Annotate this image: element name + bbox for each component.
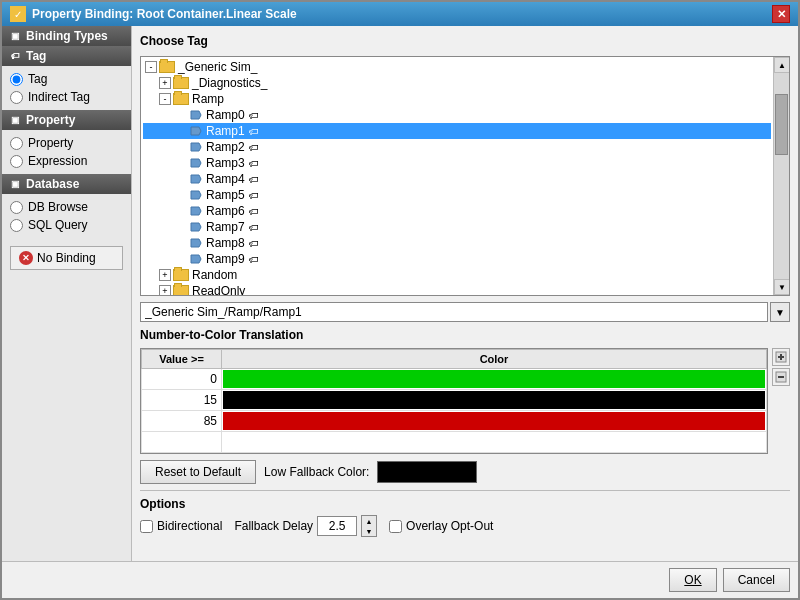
path-dropdown-button[interactable]: ▼ bbox=[770, 302, 790, 322]
svg-rect-12 bbox=[778, 356, 784, 358]
tree-item-ramp8[interactable]: Ramp8 🏷 bbox=[143, 235, 771, 251]
property-radio-item[interactable]: Property bbox=[10, 136, 123, 150]
tree-item-ramp1[interactable]: Ramp1 🏷 bbox=[143, 123, 771, 139]
tree-label-ramp8: Ramp8 bbox=[206, 236, 245, 250]
sql-query-radio[interactable] bbox=[10, 219, 23, 232]
tag-radio-label: Tag bbox=[28, 72, 47, 86]
tree-label-readonly: ReadOnly bbox=[192, 284, 245, 296]
spinner-down-button[interactable]: ▼ bbox=[362, 526, 376, 536]
color-swatch-2[interactable] bbox=[223, 412, 765, 430]
db-browse-radio-item[interactable]: DB Browse bbox=[10, 200, 123, 214]
expand-ramp[interactable]: - bbox=[159, 93, 171, 105]
color-swatch-0[interactable] bbox=[223, 370, 765, 388]
tag-icon-ramp0 bbox=[189, 109, 203, 121]
options-label: Options bbox=[140, 497, 790, 511]
tag-icon-ramp6 bbox=[189, 205, 203, 217]
low-fallback-color-swatch[interactable] bbox=[377, 461, 477, 483]
add-color-row-button[interactable] bbox=[772, 348, 790, 366]
options-row: Bidirectional Fallback Delay 2.5 ▲ ▼ Ove… bbox=[140, 515, 790, 537]
tag-section-content: Tag Indirect Tag bbox=[2, 66, 131, 110]
tree-label-ramp7: Ramp7 bbox=[206, 220, 245, 234]
color-cell-1[interactable] bbox=[222, 390, 767, 411]
tree-label-ramp3: Ramp3 bbox=[206, 156, 245, 170]
folder-icon-random bbox=[173, 269, 189, 281]
sql-query-radio-item[interactable]: SQL Query bbox=[10, 218, 123, 232]
tree-label-ramp-folder: Ramp bbox=[192, 92, 224, 106]
tree-label-ramp9: Ramp9 bbox=[206, 252, 245, 266]
color-row-empty bbox=[142, 432, 767, 453]
svg-marker-9 bbox=[191, 255, 201, 263]
expression-radio-item[interactable]: Expression bbox=[10, 154, 123, 168]
expression-radio[interactable] bbox=[10, 155, 23, 168]
tree-scrollbar[interactable]: ▲ ▼ bbox=[773, 57, 789, 295]
window-icon: ✓ bbox=[10, 6, 26, 22]
tree-item-ramp9[interactable]: Ramp9 🏷 bbox=[143, 251, 771, 267]
property-section-icon: ▣ bbox=[8, 113, 22, 127]
value-cell-0[interactable]: 0 bbox=[142, 369, 222, 390]
scroll-up-arrow[interactable]: ▲ bbox=[774, 57, 790, 73]
reset-to-default-button[interactable]: Reset to Default bbox=[140, 460, 256, 484]
no-binding-button[interactable]: ✕ No Binding bbox=[10, 246, 123, 270]
tree-item-ramp5[interactable]: Ramp5 🏷 bbox=[143, 187, 771, 203]
color-row-2: 85 bbox=[142, 411, 767, 432]
spinner-up-button[interactable]: ▲ bbox=[362, 516, 376, 526]
value-cell-1[interactable]: 15 bbox=[142, 390, 222, 411]
scroll-down-arrow[interactable]: ▼ bbox=[774, 279, 790, 295]
property-section-content: Property Expression bbox=[2, 130, 131, 174]
expand-generic-sim[interactable]: - bbox=[145, 61, 157, 73]
db-browse-radio-label: DB Browse bbox=[28, 200, 88, 214]
tag-section-label: Tag bbox=[26, 49, 46, 63]
tag-icon-ramp4 bbox=[189, 173, 203, 185]
tree-label-ramp2: Ramp2 bbox=[206, 140, 245, 154]
scroll-track[interactable] bbox=[774, 73, 789, 279]
tag-radio[interactable] bbox=[10, 73, 23, 86]
tag-radio-item[interactable]: Tag bbox=[10, 72, 123, 86]
scroll-thumb[interactable] bbox=[775, 94, 788, 156]
svg-marker-5 bbox=[191, 191, 201, 199]
bidirectional-checkbox[interactable] bbox=[140, 520, 153, 533]
svg-marker-0 bbox=[191, 111, 201, 119]
no-binding-icon: ✕ bbox=[19, 251, 33, 265]
tree-item-ramp0[interactable]: Ramp0 🏷 bbox=[143, 107, 771, 123]
tag-tree-container[interactable]: - _Generic Sim_ + _Diagnostics_ - R bbox=[140, 56, 790, 296]
indirect-tag-radio[interactable] bbox=[10, 91, 23, 104]
tree-item-ramp3[interactable]: Ramp3 🏷 bbox=[143, 155, 771, 171]
binding-types-label: Binding Types bbox=[26, 29, 108, 43]
path-input[interactable]: _Generic Sim_/Ramp/Ramp1 bbox=[140, 302, 768, 322]
expand-diagnostics[interactable]: + bbox=[159, 77, 171, 89]
ok-button[interactable]: OK bbox=[669, 568, 716, 592]
color-swatch-1[interactable] bbox=[223, 391, 765, 409]
col-header-value: Value >= bbox=[142, 350, 222, 369]
color-cell-2[interactable] bbox=[222, 411, 767, 432]
expand-random[interactable]: + bbox=[159, 269, 171, 281]
property-radio[interactable] bbox=[10, 137, 23, 150]
color-cell-0[interactable] bbox=[222, 369, 767, 390]
value-cell-2[interactable]: 85 bbox=[142, 411, 222, 432]
tree-item-ramp2[interactable]: Ramp2 🏷 bbox=[143, 139, 771, 155]
fallback-delay-input[interactable]: 2.5 bbox=[317, 516, 357, 536]
cancel-button[interactable]: Cancel bbox=[723, 568, 790, 592]
tree-item-diagnostics[interactable]: + _Diagnostics_ bbox=[143, 75, 771, 91]
binding-types-icon: ▣ bbox=[8, 29, 22, 43]
main-content: ▣ Binding Types 🏷 Tag Tag Indirect Tag bbox=[2, 26, 798, 561]
overlay-opt-out-checkbox-item[interactable]: Overlay Opt-Out bbox=[389, 519, 493, 533]
svg-marker-1 bbox=[191, 127, 201, 135]
choose-tag-label: Choose Tag bbox=[140, 34, 790, 48]
tree-item-random[interactable]: + Random bbox=[143, 267, 771, 283]
indirect-tag-radio-item[interactable]: Indirect Tag bbox=[10, 90, 123, 104]
bidirectional-checkbox-item[interactable]: Bidirectional bbox=[140, 519, 222, 533]
footer: OK Cancel bbox=[2, 561, 798, 598]
db-browse-radio[interactable] bbox=[10, 201, 23, 214]
overlay-opt-out-checkbox[interactable] bbox=[389, 520, 402, 533]
tree-item-ramp4[interactable]: Ramp4 🏷 bbox=[143, 171, 771, 187]
close-button[interactable]: ✕ bbox=[772, 5, 790, 23]
tree-item-generic-sim[interactable]: - _Generic Sim_ bbox=[143, 59, 771, 75]
tree-item-ramp7[interactable]: Ramp7 🏷 bbox=[143, 219, 771, 235]
tree-item-ramp6[interactable]: Ramp6 🏷 bbox=[143, 203, 771, 219]
tree-label-ramp0: Ramp0 bbox=[206, 108, 245, 122]
no-binding-label: No Binding bbox=[37, 251, 96, 265]
tree-item-ramp-folder[interactable]: - Ramp bbox=[143, 91, 771, 107]
remove-color-row-button[interactable] bbox=[772, 368, 790, 386]
expand-readonly[interactable]: + bbox=[159, 285, 171, 296]
tree-item-readonly[interactable]: + ReadOnly bbox=[143, 283, 771, 296]
